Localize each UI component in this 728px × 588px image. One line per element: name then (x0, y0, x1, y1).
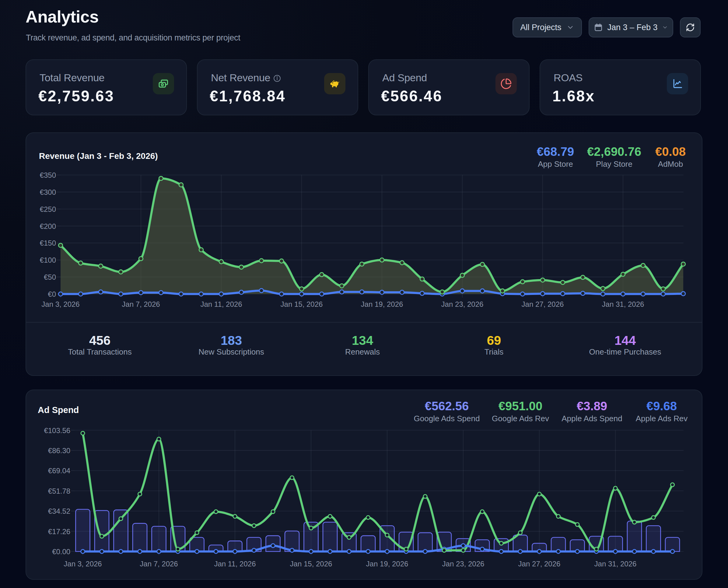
svg-text:Jan 3, 2026: Jan 3, 2026 (64, 560, 102, 568)
svg-text:€250: €250 (40, 205, 56, 213)
svg-text:Jan 7, 2026: Jan 7, 2026 (140, 560, 178, 568)
svg-text:€350: €350 (40, 171, 56, 179)
svg-text:Jan 3, 2026: Jan 3, 2026 (41, 300, 79, 308)
svg-text:€17.26: €17.26 (48, 527, 70, 536)
svg-text:€300: €300 (40, 188, 56, 196)
svg-text:Jan 15, 2026: Jan 15, 2026 (290, 560, 332, 568)
svg-text:€51.78: €51.78 (48, 487, 70, 495)
svg-text:Jan 15, 2026: Jan 15, 2026 (280, 300, 323, 308)
svg-text:€0.00: €0.00 (52, 547, 70, 556)
svg-text:Jan 31, 2026: Jan 31, 2026 (602, 300, 644, 308)
svg-text:€34.52: €34.52 (48, 507, 70, 515)
svg-text:Jan 31, 2026: Jan 31, 2026 (595, 560, 637, 568)
svg-text:Jan 27, 2026: Jan 27, 2026 (522, 300, 564, 308)
svg-text:€50: €50 (44, 273, 56, 281)
svg-text:Jan 19, 2026: Jan 19, 2026 (366, 560, 409, 568)
svg-text:€69.04: €69.04 (48, 466, 70, 475)
svg-text:€150: €150 (40, 239, 56, 247)
svg-text:Jan 19, 2026: Jan 19, 2026 (361, 300, 403, 308)
svg-text:Jan 23, 2026: Jan 23, 2026 (441, 300, 484, 308)
svg-text:€0: €0 (48, 290, 56, 298)
svg-text:Jan 11, 2026: Jan 11, 2026 (200, 300, 242, 308)
svg-text:€86.30: €86.30 (48, 446, 70, 455)
svg-text:€100: €100 (40, 256, 56, 264)
svg-text:€103.56: €103.56 (44, 426, 70, 435)
svg-text:Jan 27, 2026: Jan 27, 2026 (518, 560, 561, 568)
svg-text:Jan 7, 2026: Jan 7, 2026 (122, 300, 160, 308)
svg-text:Jan 23, 2026: Jan 23, 2026 (442, 560, 484, 568)
svg-text:Jan 11, 2026: Jan 11, 2026 (214, 560, 256, 568)
svg-text:€200: €200 (40, 222, 56, 230)
